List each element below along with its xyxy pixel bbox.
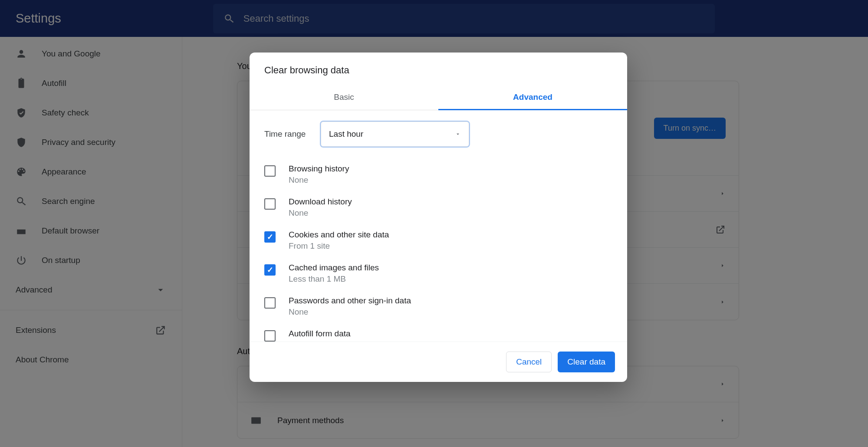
option-title: Cookies and other site data <box>289 230 389 240</box>
clear-data-button[interactable]: Clear data <box>558 352 615 372</box>
option-title: Cached images and files <box>289 263 379 273</box>
option-subtitle: Less than 1 MB <box>289 274 379 284</box>
option-title: Autofill form data <box>289 329 351 339</box>
option-browsing-history[interactable]: Browsing history None <box>264 158 612 191</box>
dialog-tabs: Basic Advanced <box>250 85 627 110</box>
checkbox[interactable] <box>264 330 276 342</box>
dialog-footer: Cancel Clear data <box>250 342 627 382</box>
option-autofill[interactable]: Autofill form data <box>264 323 612 342</box>
option-cookies[interactable]: Cookies and other site data From 1 site <box>264 224 612 257</box>
option-download-history[interactable]: Download history None <box>264 191 612 224</box>
checkbox[interactable] <box>264 198 276 210</box>
option-cached[interactable]: Cached images and files Less than 1 MB <box>264 257 612 290</box>
option-title: Passwords and other sign-in data <box>289 296 411 306</box>
option-subtitle: None <box>289 307 411 317</box>
option-title: Browsing history <box>289 164 349 174</box>
tab-advanced[interactable]: Advanced <box>438 85 627 110</box>
option-subtitle: None <box>289 208 352 218</box>
time-range-label: Time range <box>264 129 321 139</box>
checkbox[interactable] <box>264 165 276 177</box>
dialog-title: Clear browsing data <box>250 53 627 85</box>
checkbox[interactable] <box>264 231 276 243</box>
time-range-select[interactable]: Last hour <box>321 122 469 147</box>
checkbox[interactable] <box>264 264 276 276</box>
cancel-button[interactable]: Cancel <box>506 352 552 372</box>
checkbox[interactable] <box>264 297 276 309</box>
clear-browsing-data-dialog: Clear browsing data Basic Advanced Time … <box>250 53 627 382</box>
tab-basic[interactable]: Basic <box>250 85 438 110</box>
time-range-value: Last hour <box>329 129 363 139</box>
option-subtitle: None <box>289 175 349 185</box>
time-range-row: Time range Last hour <box>264 122 612 147</box>
dialog-body: Time range Last hour Browsing history No… <box>250 110 627 342</box>
option-subtitle: From 1 site <box>289 241 389 251</box>
chevron-down-icon <box>455 131 461 137</box>
option-title: Download history <box>289 197 352 207</box>
option-passwords[interactable]: Passwords and other sign-in data None <box>264 290 612 323</box>
